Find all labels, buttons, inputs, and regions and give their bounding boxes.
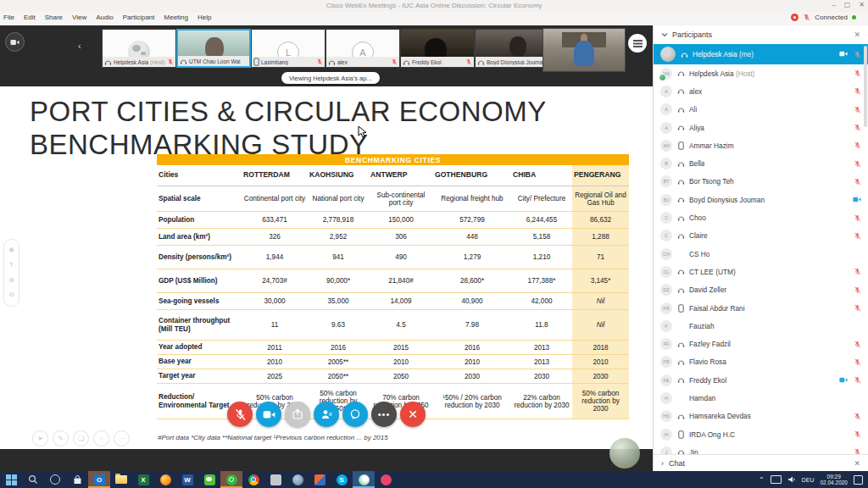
participant-row[interactable]: AAliya	[654, 119, 868, 136]
speaker-icon[interactable]	[787, 475, 796, 484]
table-cell: 2050**	[308, 369, 369, 384]
tray-chevron-icon[interactable]: ⌃	[759, 476, 765, 484]
participant-row[interactable]: Aalex	[654, 82, 868, 100]
participant-row[interactable]: AHAmmar Hazim	[654, 136, 868, 154]
menu-edit[interactable]: Edit	[24, 14, 36, 21]
menu-audio[interactable]: Audio	[96, 14, 113, 21]
audio-connected-icon	[403, 58, 410, 66]
file-explorer-icon	[115, 475, 127, 484]
taskbar-word[interactable]: W	[176, 471, 198, 488]
participant-row[interactable]: JJin	[654, 443, 868, 455]
participants-button[interactable]	[314, 402, 339, 427]
camera-toggle-button[interactable]	[5, 32, 25, 52]
menu-meeting[interactable]: Meeting	[164, 14, 188, 21]
clock[interactable]: 09:29 02.04.2020	[820, 474, 848, 485]
active-speaker-video[interactable]	[542, 28, 626, 72]
participant-row[interactable]: FFauziah	[654, 317, 868, 335]
taskbar-wechat[interactable]	[198, 471, 220, 488]
taskbar-earth[interactable]	[287, 471, 309, 488]
menu-help[interactable]: Help	[198, 14, 211, 21]
leave-meeting-button[interactable]: ✕	[400, 402, 426, 427]
participant-row[interactable]: CHCS Ho	[654, 245, 868, 263]
participant-row[interactable]: HAHelpdesk Asia (Host)	[654, 64, 868, 82]
video-thumbnail[interactable]: Helpdesk Asia (Host)	[102, 29, 176, 68]
video-thumbnail[interactable]: LLasimbang	[251, 29, 326, 68]
language-indicator[interactable]: DEU	[802, 477, 815, 483]
taskbar-store[interactable]	[66, 471, 88, 488]
participant-row[interactable]: HHamdan	[654, 389, 868, 407]
participants-header[interactable]: Participants ✕	[654, 25, 868, 43]
participant-row[interactable]: BTBor Tsong Teh	[654, 173, 868, 191]
menu-file[interactable]: File	[3, 14, 14, 21]
taskbar-skype[interactable]: S	[331, 471, 353, 488]
participant-name: alex	[689, 87, 702, 96]
avatar: F	[660, 320, 672, 332]
participant-row[interactable]: CLCT LEE (UTM)	[654, 263, 868, 280]
taskbar-photos[interactable]	[264, 471, 287, 488]
participant-row[interactable]: FFFazley Fadzil	[654, 335, 868, 352]
menu-view[interactable]: View	[72, 14, 86, 21]
record-indicator-icon[interactable]	[791, 14, 798, 21]
annotation-tools-vertical[interactable]: ✥ T ⊕ ⊖	[3, 239, 19, 307]
video-thumbnail[interactable]: Aalex	[326, 29, 400, 68]
video-thumbnail[interactable]: Boyd Dionysius Jouman	[475, 29, 549, 68]
chat-panel-collapsed[interactable]: › Chat ✕	[654, 454, 868, 471]
taskbar-media[interactable]	[375, 471, 397, 488]
chevron-down-icon	[661, 31, 668, 38]
pen-tool-icon[interactable]: ✎	[53, 430, 69, 446]
mute-microphone-button[interactable]	[227, 402, 253, 427]
participant-row[interactable]: IHIRDA Ong H.C	[654, 425, 868, 443]
taskbar-whatsapp[interactable]	[220, 471, 242, 488]
mic-muted-icon	[854, 376, 861, 384]
action-center-icon[interactable]	[854, 475, 863, 485]
participant-row[interactable]: CClaire	[654, 227, 868, 245]
pointer-tool-icon[interactable]: ✥	[8, 247, 14, 254]
pages-tool-icon[interactable]: ❏	[73, 430, 89, 446]
windows-taskbar: OXWS ⌃ DEU 09:29 02.04.2020	[0, 471, 868, 488]
close-panel-icon[interactable]: ✕	[854, 30, 860, 39]
more-tools-icon[interactable]: ⋯	[114, 430, 130, 446]
participant-row[interactable]: BJBoyd Dionysius Jouman	[654, 191, 868, 208]
chat-button[interactable]	[342, 402, 368, 427]
participant-row[interactable]: HDHamsareka Devdas	[654, 408, 868, 425]
video-thumbnail[interactable]: UTM Chau Loon Wai	[176, 29, 251, 68]
taskbar-explorer[interactable]	[110, 471, 132, 488]
thumbnails-scroll-left-icon[interactable]: ‹	[78, 41, 81, 51]
share-screen-button[interactable]	[285, 402, 310, 427]
participant-row[interactable]: Helpdesk Asia (me)	[654, 44, 868, 64]
menu-participant[interactable]: Participant	[123, 14, 155, 21]
network-icon[interactable]	[771, 475, 782, 484]
participant-row[interactable]: AAli	[654, 101, 868, 119]
taskbar-start[interactable]	[0, 471, 22, 488]
camera-button[interactable]	[256, 402, 281, 427]
close-icon[interactable]: ✕	[859, 1, 865, 8]
close-chat-icon[interactable]: ✕	[854, 459, 860, 468]
taskbar-chrome[interactable]	[242, 471, 264, 488]
video-thumbnail[interactable]: Freddy Ekol	[400, 29, 475, 68]
arrow-tool-icon[interactable]: ➤	[32, 430, 48, 446]
scrollbar-thumb[interactable]	[864, 46, 867, 127]
participant-row[interactable]: FEFreddy Ekol	[654, 371, 868, 389]
text-tool-icon[interactable]: T	[9, 262, 14, 269]
grid-view-button[interactable]	[628, 34, 647, 53]
participant-row[interactable]: CChoo	[654, 208, 868, 226]
participant-row[interactable]: FRFlavio Rosa	[654, 353, 868, 371]
participant-row[interactable]: BBella	[654, 154, 868, 172]
taskbar-paint[interactable]	[309, 471, 331, 488]
taskbar-search[interactable]	[22, 471, 44, 488]
maximize-icon[interactable]: ▢	[844, 1, 851, 8]
minimize-icon[interactable]: –	[832, 1, 835, 8]
zoom-out-icon[interactable]: ⊖	[8, 291, 14, 298]
taskbar-outlook[interactable]: O	[88, 471, 110, 488]
participant-row[interactable]: DZDavid Zeller	[654, 281, 868, 299]
taskbar-excel[interactable]: X	[132, 471, 154, 488]
menu-share[interactable]: Share	[45, 14, 63, 21]
taskbar-cortana[interactable]	[44, 471, 66, 488]
magnifier-tool-icon[interactable]: ○	[93, 430, 109, 446]
taskbar-firefox[interactable]	[154, 471, 176, 488]
participant-name: Fauziah	[689, 322, 715, 330]
zoom-in-icon[interactable]: ⊕	[8, 277, 14, 284]
more-options-button[interactable]: •••	[371, 402, 397, 427]
taskbar-webex[interactable]	[353, 471, 375, 488]
participant-row[interactable]: FRFaisal Abdur Rani	[654, 299, 868, 317]
